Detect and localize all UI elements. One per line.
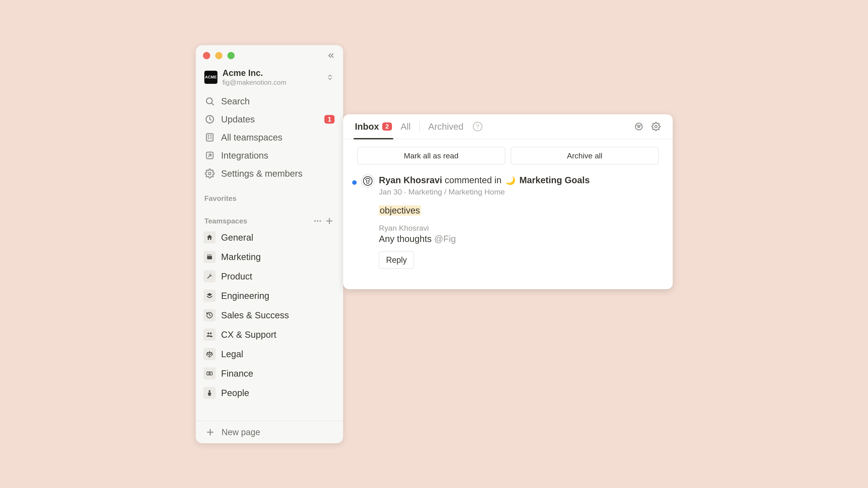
traffic-lights bbox=[203, 52, 235, 59]
workspace-logo: ACME bbox=[204, 71, 217, 84]
tab-divider bbox=[419, 121, 420, 132]
notification-meta: Jan 30 · Marketing / Marketing Home bbox=[379, 188, 661, 196]
favorites-header-label: Favorites bbox=[204, 194, 335, 203]
teamspace-legal[interactable]: Legal bbox=[196, 344, 343, 364]
teamspace-engineering[interactable]: Engineering bbox=[196, 286, 343, 305]
notification-item[interactable]: Ryan Khosravi commented in 🌙 Marketing G… bbox=[343, 164, 673, 269]
notification-comment: Any thoughts @Fig bbox=[379, 234, 661, 244]
workspace-text: Acme Inc. fig@makenotion.com bbox=[222, 68, 286, 86]
new-page-label: New page bbox=[221, 427, 260, 437]
unread-dot bbox=[352, 180, 357, 185]
teamspace-label: Finance bbox=[221, 368, 253, 379]
teamspace-label: CX & Support bbox=[221, 330, 276, 340]
svg-point-23 bbox=[209, 390, 211, 392]
new-page-button[interactable]: New page bbox=[196, 421, 343, 443]
tab-all[interactable]: All bbox=[401, 114, 410, 139]
archive-all-button[interactable]: Archive all bbox=[510, 147, 659, 164]
workspace-switcher[interactable]: ACME Acme Inc. fig@makenotion.com bbox=[196, 66, 343, 92]
favorites-section[interactable]: Favorites bbox=[196, 192, 343, 205]
bulk-actions: Mark all as read Archive all bbox=[343, 139, 673, 164]
tab-archived[interactable]: Archived bbox=[428, 114, 464, 139]
teamspace-finance[interactable]: Finance bbox=[196, 364, 343, 383]
settings-label: Settings & members bbox=[221, 168, 335, 179]
svg-point-30 bbox=[655, 125, 657, 128]
all-teamspaces-row[interactable]: All teamspaces bbox=[196, 128, 343, 147]
teamspace-general[interactable]: General bbox=[196, 228, 343, 247]
home-icon bbox=[204, 231, 216, 243]
teamspace-label: Sales & Success bbox=[221, 310, 289, 320]
inbox-tabs: Inbox 2 All Archived ? bbox=[343, 114, 673, 139]
gear-icon bbox=[204, 168, 215, 179]
search-row[interactable]: Search bbox=[196, 92, 343, 110]
banknote-icon bbox=[204, 367, 216, 380]
workspace-email: fig@makenotion.com bbox=[222, 78, 286, 87]
settings-row[interactable]: Settings & members bbox=[196, 164, 343, 183]
tab-inbox-label: Inbox bbox=[355, 122, 379, 132]
notification-commenter: Ryan Khosravi bbox=[379, 224, 661, 232]
svg-point-31 bbox=[364, 177, 372, 185]
updates-row[interactable]: Updates 1 bbox=[196, 110, 343, 128]
workspace-name: Acme Inc. bbox=[222, 68, 286, 78]
teamspace-label: People bbox=[221, 388, 249, 398]
integrations-row[interactable]: Integrations bbox=[196, 147, 343, 164]
chevrons-left-icon bbox=[327, 51, 335, 60]
arrow-up-right-square-icon bbox=[204, 150, 215, 161]
teamspace-product[interactable]: Product bbox=[196, 267, 343, 286]
teamspace-label: Marketing bbox=[221, 252, 261, 262]
svg-point-22 bbox=[209, 373, 211, 375]
notification-actor: Ryan Khosravi bbox=[379, 175, 442, 185]
window-controls bbox=[196, 45, 343, 66]
clock-icon bbox=[204, 114, 215, 125]
window-close-button[interactable] bbox=[203, 52, 210, 59]
teamspace-label: General bbox=[221, 232, 253, 242]
svg-point-33 bbox=[368, 181, 369, 181]
teamspaces-section[interactable]: Teamspaces bbox=[196, 214, 343, 228]
svg-point-32 bbox=[366, 181, 367, 181]
notification-mention: @Fig bbox=[434, 234, 456, 244]
tab-inbox[interactable]: Inbox 2 bbox=[355, 114, 392, 139]
teamspace-label: Product bbox=[221, 271, 252, 282]
users-icon bbox=[204, 328, 216, 341]
plus-icon bbox=[325, 217, 334, 225]
mark-all-read-button[interactable]: Mark all as read bbox=[357, 147, 505, 164]
plus-icon bbox=[205, 427, 216, 437]
layers-icon bbox=[204, 290, 216, 302]
window-maximize-button[interactable] bbox=[227, 52, 235, 59]
inbox-help-button[interactable]: ? bbox=[473, 122, 483, 131]
teamspaces-more-button[interactable] bbox=[312, 216, 323, 226]
scale-icon bbox=[204, 348, 216, 360]
svg-point-14 bbox=[317, 220, 318, 222]
inbox-settings-button[interactable] bbox=[651, 122, 661, 131]
collapse-sidebar-button[interactable] bbox=[326, 51, 336, 61]
wrench-icon bbox=[204, 270, 216, 283]
history-icon bbox=[204, 309, 216, 321]
reply-button[interactable]: Reply bbox=[379, 251, 414, 269]
svg-line-1 bbox=[212, 103, 214, 105]
svg-rect-3 bbox=[206, 134, 213, 141]
sidebar-bottom: New page bbox=[196, 421, 343, 443]
notification-breadcrumb: Marketing / Marketing Home bbox=[408, 188, 505, 196]
notification-highlight: objectives bbox=[379, 205, 421, 216]
teamspaces-add-button[interactable] bbox=[324, 216, 335, 226]
inbox-actions bbox=[634, 122, 661, 131]
window-minimize-button[interactable] bbox=[215, 52, 222, 59]
teamspace-marketing[interactable]: Marketing bbox=[196, 247, 343, 267]
updates-inbox-panel: Inbox 2 All Archived ? bbox=[343, 114, 673, 289]
notification-date: Jan 30 bbox=[379, 188, 402, 196]
notification-comment-text: Any thoughts bbox=[379, 234, 434, 244]
notification-page-name: Marketing Goals bbox=[520, 175, 590, 185]
sidebar: ACME Acme Inc. fig@makenotion.com Search… bbox=[196, 45, 343, 443]
avatar-face-icon bbox=[363, 176, 373, 186]
teamspace-people[interactable]: People bbox=[196, 383, 343, 402]
teamspaces-header-label: Teamspaces bbox=[204, 217, 311, 225]
building-icon bbox=[204, 132, 215, 143]
inbox-filter-button[interactable] bbox=[634, 122, 644, 131]
teamspace-sales[interactable]: Sales & Success bbox=[196, 305, 343, 325]
gear-icon bbox=[651, 122, 660, 131]
teamspace-cx[interactable]: CX & Support bbox=[196, 325, 343, 344]
integrations-label: Integrations bbox=[221, 151, 335, 161]
workspace-switcher-chevron[interactable] bbox=[326, 73, 335, 82]
teamspace-label: Engineering bbox=[221, 291, 270, 301]
tab-inbox-badge: 2 bbox=[382, 123, 392, 131]
all-teamspaces-label: All teamspaces bbox=[221, 132, 335, 142]
